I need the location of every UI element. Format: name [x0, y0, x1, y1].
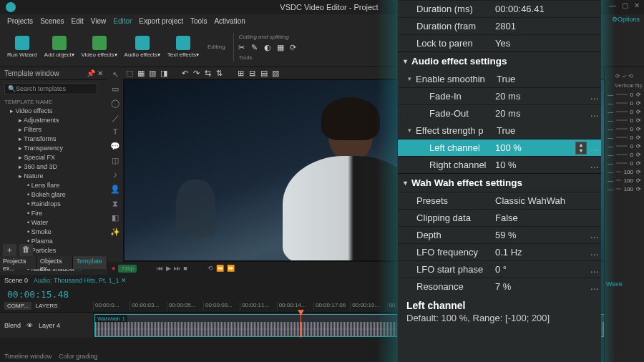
more-icon[interactable]: …: [588, 230, 601, 240]
mask-tool-icon[interactable]: ◧: [110, 213, 120, 223]
tl-tab-comp[interactable]: COMP...: [4, 302, 31, 310]
skip-fwd-icon[interactable]: ⏩: [227, 265, 235, 272]
rect-tool-icon[interactable]: ▭: [110, 84, 120, 94]
tree-item[interactable]: ▸ Nature: [3, 172, 107, 181]
audio-tool-icon[interactable]: ♪: [110, 170, 120, 180]
text-effects-button[interactable]: Text effects▾: [165, 34, 202, 59]
tree-item[interactable]: • Raindrops: [3, 200, 107, 209]
lfo-freq-value[interactable]: 0.1 Hz: [492, 247, 588, 258]
adjust-slider[interactable]: —0⟳: [605, 116, 644, 124]
more-icon[interactable]: …: [588, 91, 601, 102]
adjust-slider[interactable]: —0⟳: [605, 99, 644, 107]
tb-icon[interactable]: ▧: [272, 69, 280, 77]
tab-color-grading[interactable]: Color grading: [59, 353, 97, 360]
right-channel-value[interactable]: 10 %: [492, 160, 588, 170]
tool-icon[interactable]: ✂: [238, 43, 247, 52]
track-mode[interactable]: Blend: [4, 322, 21, 329]
tree-item[interactable]: • Bokeh glare: [3, 190, 107, 200]
menu-editor[interactable]: Editor: [113, 17, 132, 25]
tab-projects-explorer[interactable]: Projects ex...: [0, 256, 37, 269]
tree-item[interactable]: ▸ Adjustments: [3, 116, 107, 125]
more-icon[interactable]: …: [588, 264, 601, 275]
tree-item[interactable]: • Fire: [3, 209, 107, 218]
adjust-slider[interactable]: —0⟳: [605, 124, 644, 133]
pointer-tool-icon[interactable]: ↖: [110, 70, 120, 80]
text-tool-icon[interactable]: T: [110, 127, 120, 137]
section-wahwah[interactable]: Wah Wah effect settings: [398, 173, 601, 192]
tb-icon[interactable]: ◨: [160, 69, 169, 77]
tool-icon[interactable]: ◐: [264, 43, 273, 52]
clip-tab[interactable]: Audio: Thousand Hits, Pt. 1_1 ✕: [34, 277, 127, 284]
menu-scenes[interactable]: Scenes: [40, 17, 64, 25]
lfo-phase-value[interactable]: 0 °: [492, 264, 588, 275]
tooltip-tool-icon[interactable]: 💬: [110, 142, 120, 152]
tb-icon[interactable]: ▦: [137, 69, 146, 77]
tab-objects-explorer[interactable]: Objects ex...: [37, 256, 73, 269]
tb-icon[interactable]: ⊟: [249, 69, 258, 77]
adjust-slider[interactable]: —0⟳: [605, 90, 644, 99]
play-icon[interactable]: ▶: [166, 265, 171, 272]
adjust-slider[interactable]: —100⟳: [605, 167, 644, 176]
adjust-slider[interactable]: —0⟳: [605, 159, 644, 167]
tree-item[interactable]: • Smoke: [3, 228, 107, 237]
rec-icon[interactable]: ●: [112, 265, 115, 272]
skip-back-icon[interactable]: ⏪: [216, 265, 224, 272]
more-icon[interactable]: …: [588, 281, 601, 292]
person-tool-icon[interactable]: 👤: [110, 185, 120, 195]
tree-item[interactable]: • Lens flare: [3, 181, 107, 190]
enable-smoothing-row[interactable]: Enable smoothinTrue: [398, 70, 601, 87]
fade-in-value[interactable]: 20 ms: [492, 91, 588, 102]
loop-icon[interactable]: ⟲: [208, 265, 213, 272]
tb-icon[interactable]: ⬚: [126, 69, 135, 77]
adjust-slider[interactable]: —0⟳: [605, 150, 644, 159]
panel-pin-icon[interactable]: 📌 ✕: [87, 69, 103, 77]
add-icon[interactable]: ＋: [3, 244, 16, 256]
tb-icon[interactable]: ⊞: [238, 69, 246, 77]
resolution-badge[interactable]: 720p: [118, 265, 137, 273]
tree-item[interactable]: ▸ 360 and 3D: [3, 162, 107, 172]
tab-timeline-window[interactable]: Timeline window: [4, 353, 52, 360]
menu-export[interactable]: Export project: [139, 17, 183, 25]
tb-icon[interactable]: ⇆: [205, 69, 213, 77]
more-icon[interactable]: …: [588, 160, 601, 170]
options-link[interactable]: ⚙Options: [612, 16, 640, 23]
section-audio-effect[interactable]: Audio effect settings: [398, 52, 601, 70]
prev-frame-icon[interactable]: ⏮: [157, 265, 163, 272]
effect-strength-row[interactable]: Effect strength pTrue: [398, 122, 601, 139]
maximize-button[interactable]: ▢: [622, 1, 628, 9]
menu-tools[interactable]: Tools: [190, 17, 207, 25]
run-wizard-button[interactable]: Run Wizard: [4, 34, 40, 59]
resonance-value[interactable]: 7 %: [492, 281, 588, 292]
tb-icon[interactable]: ▥: [149, 69, 157, 77]
counter-tool-icon[interactable]: ⧗: [110, 199, 120, 209]
tb-icon[interactable]: ↷: [193, 69, 202, 77]
menu-activation[interactable]: Activation: [214, 17, 245, 25]
tool-icon[interactable]: ⟳: [290, 43, 298, 52]
tree-item[interactable]: ▸ Transparency: [3, 144, 107, 153]
video-effects-button[interactable]: Video effects▾: [79, 34, 120, 59]
tb-icon[interactable]: ▤: [260, 69, 269, 77]
more-icon[interactable]: …: [588, 142, 601, 153]
tool-icon[interactable]: ▦: [277, 43, 286, 52]
left-channel-row[interactable]: Left channel 100 % ▲▼ …: [398, 139, 601, 156]
more-icon[interactable]: …: [588, 247, 601, 258]
menu-projects[interactable]: Projects: [7, 17, 33, 25]
spray-tool-icon[interactable]: ✨: [110, 228, 120, 238]
tree-item[interactable]: ▸ Filters: [3, 125, 107, 134]
spinner-control[interactable]: ▲▼: [575, 142, 587, 155]
tree-item[interactable]: ▸ Video effects: [3, 107, 107, 116]
tab-template[interactable]: Template ...: [73, 256, 107, 269]
circle-tool-icon[interactable]: ◯: [110, 99, 120, 109]
delete-icon[interactable]: 🗑: [19, 244, 33, 256]
search-templates-input[interactable]: 🔍 Search templates: [4, 83, 97, 94]
minimize-button[interactable]: —: [609, 1, 616, 9]
adjust-slider[interactable]: —0⟳: [605, 133, 644, 142]
adjust-slider[interactable]: —100⟳: [605, 176, 644, 185]
add-object-button[interactable]: Add object▾: [42, 34, 77, 59]
tree-item[interactable]: ▸ Transforms: [3, 134, 107, 144]
menu-view[interactable]: View: [91, 17, 107, 25]
playhead[interactable]: [301, 313, 301, 338]
close-button[interactable]: ✕: [634, 1, 640, 9]
next-frame-icon[interactable]: ⏭: [174, 265, 180, 272]
adjust-slider[interactable]: —0⟳: [605, 107, 644, 116]
